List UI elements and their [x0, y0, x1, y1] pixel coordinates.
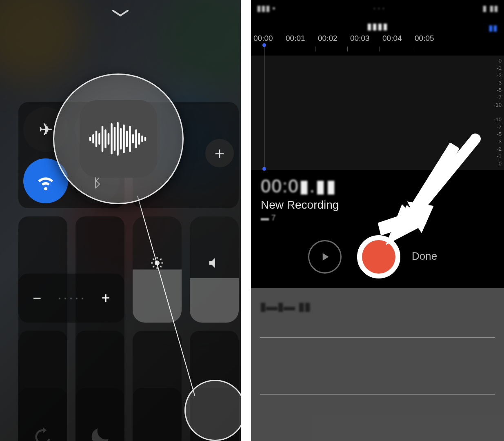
db-scale: 0-1 -2-3 -5-7 -10 -10-7 -5-3 -2-1 0 [494, 57, 502, 167]
recordings-list-dimmed: ▮▬▮▬ ▮▮ [251, 288, 504, 441]
recording-elapsed-time: 00:0▮.▮▮ [261, 176, 337, 196]
recording-subtitle: ▬ 7 [261, 213, 276, 223]
low-power-tile[interactable] [75, 388, 124, 441]
list-item-title: ▮▬▮▬ ▮▮ [260, 300, 311, 313]
callout-voice-memo-tile [80, 100, 157, 178]
speaker-icon [207, 256, 222, 270]
brightness-slider[interactable] [133, 216, 182, 323]
status-bar: ▮▮▮ ▪ · · · ▮ ▮▮ [257, 3, 498, 18]
airplay-add-icon[interactable]: ＋ [205, 139, 234, 167]
record-core-icon [362, 240, 395, 274]
svg-line-6 [160, 266, 162, 267]
done-button[interactable]: Done [412, 250, 437, 263]
volume-slider[interactable] [190, 216, 239, 323]
chevron-down-icon[interactable] [111, 8, 129, 20]
svg-line-5 [153, 258, 154, 260]
panel-divider [241, 0, 251, 441]
list-separator [260, 337, 495, 338]
wifi-icon [34, 169, 57, 192]
list-separator [260, 394, 495, 395]
callout-magnifier [53, 74, 184, 204]
minus-icon: − [33, 290, 41, 307]
play-button[interactable] [308, 240, 342, 274]
text-size-indicator: · · · · · [58, 294, 84, 303]
status-right: ▮ ▮▮ [482, 3, 498, 18]
control-center-screenshot: ✈ ((·)) ᛒ ＋ − · · · · · + [0, 0, 241, 441]
voice-memo-tile[interactable] [190, 388, 239, 441]
wallet-tile[interactable] [18, 388, 67, 441]
status-center: · · · [373, 3, 385, 18]
status-left: ▮▮▮ ▪ [257, 3, 275, 18]
record-stop-button[interactable] [357, 235, 400, 278]
screen-record-tile[interactable] [133, 388, 182, 441]
recorder-controls: Done [251, 233, 504, 282]
svg-line-8 [160, 258, 162, 260]
playhead[interactable] [264, 44, 264, 170]
voice-memo-waveform-icon [88, 118, 149, 159]
play-icon [318, 250, 331, 263]
text-size-tile[interactable]: − · · · · · + [18, 274, 124, 323]
svg-line-7 [153, 266, 154, 267]
airplane-icon: ✈ [39, 120, 53, 140]
recording-title[interactable]: New Recording [261, 198, 339, 212]
plus-icon: + [102, 290, 110, 307]
waveform-canvas[interactable] [251, 56, 504, 170]
timeline-ruler[interactable]: 00:00 00:01 00:02 00:03 00:04 00:05 [251, 42, 504, 56]
nav-title: ▮▮▮▮ [367, 21, 388, 31]
voice-memos-screenshot: ▮▮▮ ▪ · · · ▮ ▮▮ ▮▮▮▮ ▮▮ 00:00 00:01 00:… [251, 0, 504, 441]
edit-button[interactable]: ▮▮ [488, 23, 497, 33]
